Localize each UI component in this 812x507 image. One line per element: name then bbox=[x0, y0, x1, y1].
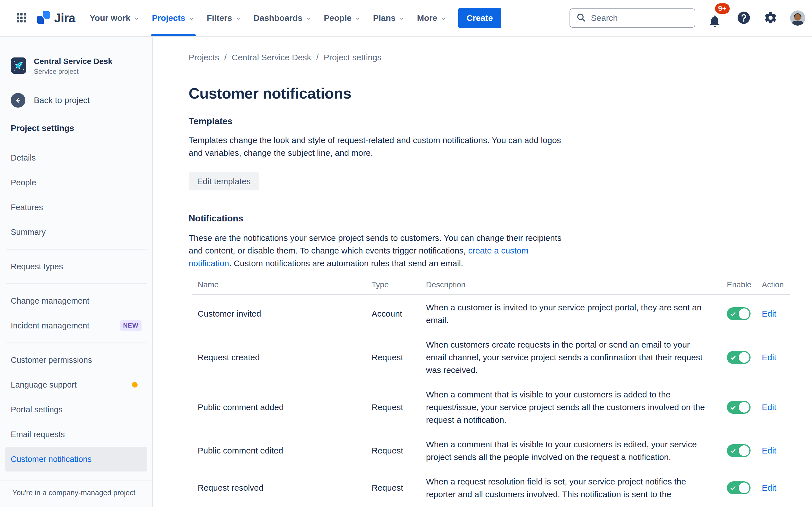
primary-navigation: Your work Projects Filters Dashboards Pe… bbox=[90, 0, 447, 36]
app-grid-icon bbox=[15, 11, 28, 25]
checkmark-icon bbox=[730, 355, 736, 361]
nav-item-people[interactable]: People bbox=[324, 0, 361, 36]
nav-item-more[interactable]: More bbox=[417, 0, 447, 36]
notifications-description: These are the notifications your service… bbox=[189, 231, 569, 270]
enable-toggle[interactable] bbox=[727, 401, 751, 414]
user-avatar[interactable] bbox=[790, 10, 805, 25]
sidebar-divider bbox=[6, 342, 147, 343]
column-header-enable: Enable bbox=[727, 280, 762, 289]
navbar-right-cluster: 9+ bbox=[569, 7, 805, 29]
enable-toggle[interactable] bbox=[727, 351, 751, 364]
edit-link[interactable]: Edit bbox=[762, 446, 776, 455]
project-avatar-rocket-icon bbox=[11, 57, 27, 75]
help-button[interactable] bbox=[737, 10, 751, 26]
app-switcher-button[interactable] bbox=[11, 0, 32, 36]
gear-icon bbox=[763, 11, 777, 25]
enable-toggle[interactable] bbox=[727, 307, 751, 320]
sidebar-section-title: Project settings bbox=[0, 123, 152, 133]
arrow-left-icon bbox=[11, 93, 26, 108]
sidebar-item-incident-management[interactable]: Incident management NEW bbox=[0, 313, 152, 338]
chevron-down-icon bbox=[133, 15, 140, 22]
jira-logo[interactable]: Jira bbox=[36, 10, 75, 26]
edit-link[interactable]: Edit bbox=[762, 309, 776, 318]
toggle-knob bbox=[739, 308, 749, 319]
toggle-knob bbox=[739, 445, 749, 456]
back-to-project-label: Back to project bbox=[34, 96, 90, 105]
edit-templates-button[interactable]: Edit templates bbox=[189, 172, 259, 190]
chevron-down-icon bbox=[354, 15, 361, 22]
breadcrumb: Projects Central Service Desk Project se… bbox=[189, 52, 801, 62]
sidebar-item-details[interactable]: Details bbox=[0, 145, 152, 170]
column-header-action: Action bbox=[762, 280, 790, 289]
chevron-down-icon bbox=[235, 15, 242, 22]
nav-item-filters[interactable]: Filters bbox=[207, 0, 242, 36]
enable-toggle[interactable] bbox=[727, 444, 751, 457]
main-content: Projects Central Service Desk Project se… bbox=[153, 37, 812, 507]
checkmark-icon bbox=[730, 404, 736, 411]
enable-toggle[interactable] bbox=[727, 482, 751, 494]
checkmark-icon bbox=[730, 448, 736, 454]
templates-description: Templates change the look and style of r… bbox=[189, 134, 572, 159]
top-navbar: Jira Your work Projects Filters Dashboar… bbox=[0, 0, 812, 37]
search-input[interactable] bbox=[591, 13, 689, 23]
column-header-description: Description bbox=[426, 280, 727, 289]
edit-link[interactable]: Edit bbox=[762, 402, 776, 412]
breadcrumb-central-service-desk[interactable]: Central Service Desk bbox=[232, 53, 311, 62]
sidebar-footer-note: You're in a company-managed project bbox=[0, 481, 152, 507]
page-title: Customer notifications bbox=[189, 84, 801, 103]
edit-link[interactable]: Edit bbox=[762, 353, 776, 362]
sidebar-item-customer-notifications[interactable]: Customer notifications bbox=[5, 447, 147, 471]
sidebar-group-request-types: Request types bbox=[0, 254, 152, 279]
column-header-name: Name bbox=[198, 280, 371, 289]
nav-item-projects[interactable]: Projects bbox=[152, 0, 195, 36]
jira-logo-text: Jira bbox=[54, 11, 75, 25]
project-header: Central Service Desk Service project bbox=[0, 57, 152, 75]
sidebar-item-change-management[interactable]: Change management bbox=[0, 288, 152, 313]
nav-item-dashboards[interactable]: Dashboards bbox=[253, 0, 312, 36]
breadcrumb-projects[interactable]: Projects bbox=[189, 53, 219, 62]
checkmark-icon bbox=[730, 311, 736, 317]
status-dot-icon bbox=[132, 382, 138, 388]
checkmark-icon bbox=[730, 485, 736, 491]
chevron-down-icon bbox=[305, 15, 312, 22]
toggle-knob bbox=[739, 483, 749, 493]
sidebar-item-people[interactable]: People bbox=[0, 170, 152, 195]
project-title-block: Central Service Desk Service project bbox=[34, 57, 112, 75]
sidebar-divider bbox=[6, 283, 147, 284]
chevron-down-icon bbox=[188, 15, 195, 22]
nav-item-plans[interactable]: Plans bbox=[373, 0, 405, 36]
global-search[interactable] bbox=[569, 8, 695, 27]
sidebar-item-email-requests[interactable]: Email requests bbox=[0, 422, 152, 447]
settings-button[interactable] bbox=[763, 11, 777, 25]
notifications-table-header: Name Type Description Enable Action bbox=[192, 280, 790, 295]
table-row-request-created: Request created Request When customers c… bbox=[192, 332, 790, 382]
question-circle-icon bbox=[737, 10, 751, 26]
table-row-customer-invited: Customer invited Account When a customer… bbox=[192, 295, 790, 332]
sidebar-item-portal-settings[interactable]: Portal settings bbox=[0, 397, 152, 422]
sidebar-item-summary[interactable]: Summary bbox=[0, 220, 152, 244]
notifications-heading: Notifications bbox=[189, 213, 801, 224]
project-settings-sidebar: Central Service Desk Service project Bac… bbox=[0, 37, 153, 507]
project-name: Central Service Desk bbox=[34, 57, 112, 66]
nav-item-your-work[interactable]: Your work bbox=[90, 0, 140, 36]
table-row-public-comment-edited: Public comment edited Request When a com… bbox=[192, 432, 790, 469]
edit-link[interactable]: Edit bbox=[762, 483, 776, 492]
sidebar-group-customer: Customer permissions Language support Po… bbox=[0, 348, 152, 471]
sidebar-item-language-support[interactable]: Language support bbox=[0, 372, 152, 397]
notifications-button[interactable]: 9+ bbox=[708, 7, 724, 29]
back-to-project[interactable]: Back to project bbox=[0, 93, 152, 108]
table-row-request-resolved: Request resolved Request When a request … bbox=[192, 469, 790, 506]
sidebar-item-customer-permissions[interactable]: Customer permissions bbox=[0, 348, 152, 372]
create-button[interactable]: Create bbox=[458, 8, 501, 28]
chevron-down-icon bbox=[398, 15, 405, 22]
breadcrumb-project-settings[interactable]: Project settings bbox=[324, 53, 382, 62]
templates-heading: Templates bbox=[189, 116, 801, 126]
jira-logo-icon bbox=[36, 10, 51, 26]
column-header-type: Type bbox=[371, 280, 426, 289]
toggle-knob bbox=[739, 402, 749, 413]
new-badge: NEW bbox=[120, 320, 142, 331]
sidebar-item-request-types[interactable]: Request types bbox=[0, 254, 152, 279]
sidebar-divider bbox=[6, 249, 147, 249]
sidebar-item-features[interactable]: Features bbox=[0, 195, 152, 220]
project-type: Service project bbox=[34, 68, 112, 75]
